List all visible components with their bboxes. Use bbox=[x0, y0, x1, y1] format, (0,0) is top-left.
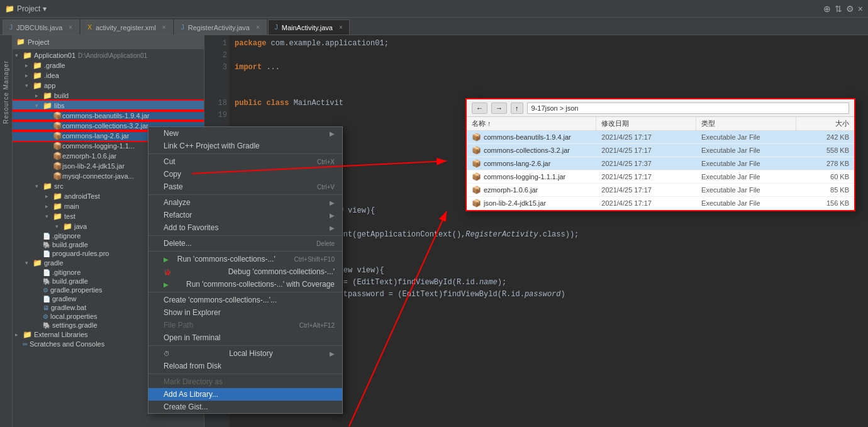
menu-item-debug[interactable]: 🐞 Debug 'commons-collections-...' bbox=[148, 265, 342, 278]
file-icon: 📄 bbox=[43, 250, 50, 257]
add-module-icon[interactable]: ⊕ bbox=[823, 4, 831, 14]
menu-item-run[interactable]: ▶ Run 'commons-collections-...' Ctrl+Shi… bbox=[148, 253, 342, 265]
menu-item-run-coverage[interactable]: ▶ Run 'commons-collections-...' with Cov… bbox=[148, 278, 342, 291]
menu-item-label: Add As Library... bbox=[164, 390, 218, 399]
resource-manager-label[interactable]: Resource Manager bbox=[3, 60, 9, 124]
menu-item-reload[interactable]: Reload from Disk bbox=[148, 360, 342, 372]
jar-icon: 📦 bbox=[472, 199, 481, 208]
java-file-icon: J bbox=[275, 24, 278, 31]
tree-spacer bbox=[35, 233, 42, 239]
menu-item-open-terminal[interactable]: Open in Terminal bbox=[148, 331, 342, 344]
settings-icon[interactable]: ⚙ bbox=[846, 4, 854, 14]
fe-up-button[interactable]: ↑ bbox=[511, 103, 523, 114]
fe-row[interactable]: 📦json-lib-2.4-jdk15.jar 2021/4/25 17:17 … bbox=[467, 197, 854, 210]
fe-size: 85 KB bbox=[796, 184, 854, 196]
menu-item-delete[interactable]: Delete... Delete bbox=[148, 237, 342, 250]
tree-item-jar1[interactable]: 📦 commons-beanutils-1.9.4.jar bbox=[13, 111, 204, 121]
jar-icon: 📦 bbox=[53, 111, 62, 120]
tree-item-build[interactable]: ▸ 📁 build bbox=[13, 91, 204, 101]
tab-close-icon[interactable]: × bbox=[256, 24, 260, 31]
shortcut-label: Ctrl+V bbox=[317, 184, 335, 191]
menu-item-copy[interactable]: Copy bbox=[148, 168, 342, 180]
fe-size: 558 KB bbox=[796, 145, 854, 156]
menu-item-analyze[interactable]: Analyze ▶ bbox=[148, 196, 342, 209]
menu-item-create[interactable]: Create 'commons-collections-...'... bbox=[148, 294, 342, 306]
menu-item-label: Mark Directory as bbox=[164, 377, 223, 386]
shortcut-label: Delete bbox=[316, 240, 335, 247]
folder-icon: 📁 bbox=[53, 212, 62, 221]
menu-separator bbox=[148, 235, 342, 236]
properties-icon: ⚙ bbox=[43, 313, 48, 320]
tree-item-label: gradle bbox=[44, 259, 64, 267]
menu-item-add-favorites[interactable]: Add to Favorites ▶ bbox=[148, 221, 342, 234]
tree-item-label: .gitignore bbox=[52, 269, 81, 276]
tree-item-gradle[interactable]: ▸ 📁 .gradle bbox=[13, 60, 204, 70]
project-icon: 📁 bbox=[5, 4, 14, 13]
tree-root[interactable]: ▾ 📁 Application01 D:\Android\Application… bbox=[13, 50, 204, 60]
fe-row[interactable]: 📦ezmorph-1.0.6.jar 2021/4/25 17:17 Execu… bbox=[467, 184, 854, 197]
sync-icon[interactable]: ⇅ bbox=[835, 4, 842, 14]
tree-item-idea[interactable]: ▸ 📁 .idea bbox=[13, 70, 204, 80]
fe-row[interactable]: 📦commons-beanutils-1.9.4.jar 2021/4/25 1… bbox=[467, 131, 854, 144]
fe-col-header-name: 名称 ↑ bbox=[467, 117, 596, 130]
folder-icon: 📁 bbox=[33, 81, 42, 90]
dropdown-arrow-icon[interactable]: ▾ bbox=[43, 4, 47, 13]
java-file-icon: J bbox=[181, 24, 184, 31]
fe-row[interactable]: 📦commons-logging-1.1.1.jar 2021/4/25 17:… bbox=[467, 170, 854, 184]
toolbar-icons: ⊕ ⇅ ⚙ × bbox=[823, 4, 863, 14]
fe-forward-button[interactable]: → bbox=[491, 103, 507, 114]
tree-item-libs[interactable]: ▾ 📁 libs bbox=[13, 101, 204, 111]
tab-close-icon[interactable]: × bbox=[339, 24, 343, 31]
context-menu: New ▶ Link C++ Project with Gradle Cut C… bbox=[148, 126, 343, 414]
menu-item-local-history[interactable]: ⏱ Local History ▶ bbox=[148, 347, 342, 360]
tab-jdbcutils[interactable]: J JDBCUtils.java × bbox=[3, 19, 79, 35]
fe-filename: commons-logging-1.1.1.jar bbox=[484, 173, 565, 180]
java-file-icon: J bbox=[9, 24, 13, 31]
tab-close-icon[interactable]: × bbox=[69, 24, 72, 31]
folder-icon: 📁 bbox=[33, 258, 42, 267]
fe-filename: json-lib-2.4-jdk15.jar bbox=[484, 199, 546, 207]
fe-type: Executable Jar File bbox=[696, 158, 796, 169]
tab-register-activity[interactable]: J RegisterActivity.java × bbox=[174, 19, 267, 35]
tree-item-label: commons-lang-2.6.jar bbox=[62, 132, 129, 140]
submenu-arrow-icon: ▶ bbox=[330, 225, 335, 231]
fe-col-header-size: 大小 bbox=[796, 117, 854, 130]
menu-item-show-explorer[interactable]: Show in Explorer bbox=[148, 306, 342, 319]
tab-activity-register[interactable]: X activity_register.xml × bbox=[81, 19, 173, 35]
fe-type: Executable Jar File bbox=[696, 171, 796, 182]
menu-item-link-cpp[interactable]: Link C++ Project with Gradle bbox=[148, 140, 342, 152]
menu-item-new[interactable]: New ▶ bbox=[148, 127, 342, 140]
tab-label: activity_register.xml bbox=[96, 24, 156, 31]
menu-item-create-gist[interactable]: Create Gist... bbox=[148, 401, 342, 413]
main-area: Resource Manager 📁 Project ▾ 📁 Applicati… bbox=[0, 35, 868, 427]
fe-row[interactable]: 📦commons-lang-2.6.jar 2021/4/25 17:37 Ex… bbox=[467, 157, 854, 170]
tree-spacer bbox=[35, 304, 42, 311]
code-line bbox=[235, 74, 863, 86]
fe-header: 名称 ↑ 修改日期 类型 大小 bbox=[467, 117, 854, 131]
menu-item-label: Cut bbox=[164, 157, 175, 166]
menu-item-add-library[interactable]: Add As Library... bbox=[148, 388, 342, 401]
tree-arrow-icon: ▾ bbox=[35, 103, 42, 109]
tree-item-app[interactable]: ▾ 📁 app bbox=[13, 80, 204, 91]
fe-row[interactable]: 📦commons-collections-3.2.jar 2021/4/25 1… bbox=[467, 144, 854, 157]
tree-spacer bbox=[35, 313, 42, 319]
menu-item-paste[interactable]: Paste Ctrl+V bbox=[148, 180, 342, 193]
jar-icon: 📦 bbox=[472, 133, 481, 141]
shortcut-label: Ctrl+X bbox=[317, 158, 335, 165]
tree-item-label: ezmorph-1.0.6.jar bbox=[62, 152, 116, 160]
submenu-arrow-icon: ▶ bbox=[330, 212, 335, 219]
tab-close-icon[interactable]: × bbox=[162, 24, 166, 31]
file-icon: 📄 bbox=[43, 296, 50, 302]
file-icon: 📄 bbox=[43, 233, 50, 240]
tree-arrow-icon: ▾ bbox=[45, 213, 52, 219]
menu-item-label: Copy bbox=[164, 170, 181, 179]
menu-item-cut[interactable]: Cut Ctrl+X bbox=[148, 155, 342, 168]
fe-type: Executable Jar File bbox=[696, 184, 796, 196]
tree-arrow-icon: ▸ bbox=[45, 193, 52, 199]
fe-back-button[interactable]: ← bbox=[472, 103, 487, 114]
close-panel-icon[interactable]: × bbox=[858, 4, 863, 14]
jar-icon: 📦 bbox=[53, 121, 62, 130]
menu-item-refactor[interactable]: Refactor ▶ bbox=[148, 209, 342, 221]
tab-main-activity[interactable]: J MainActivity.java × bbox=[268, 19, 350, 35]
project-title: Project bbox=[17, 4, 40, 13]
